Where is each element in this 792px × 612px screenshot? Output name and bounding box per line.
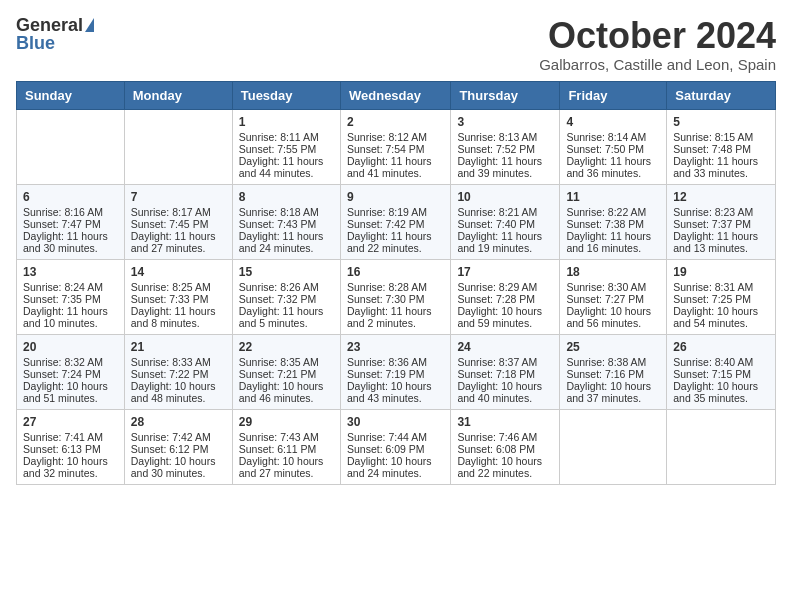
sunrise-text: Sunrise: 8:25 AM bbox=[131, 281, 211, 293]
sunset-text: Sunset: 7:24 PM bbox=[23, 368, 101, 380]
sunset-text: Sunset: 7:30 PM bbox=[347, 293, 425, 305]
sunset-text: Sunset: 7:50 PM bbox=[566, 143, 644, 155]
month-title: October 2024 bbox=[539, 16, 776, 56]
sunset-text: Sunset: 7:52 PM bbox=[457, 143, 535, 155]
sunset-text: Sunset: 7:19 PM bbox=[347, 368, 425, 380]
daylight-text: Daylight: 11 hours and 2 minutes. bbox=[347, 305, 432, 329]
calendar-cell bbox=[667, 409, 776, 484]
calendar-cell: 26Sunrise: 8:40 AMSunset: 7:15 PMDayligh… bbox=[667, 334, 776, 409]
sunrise-text: Sunrise: 8:33 AM bbox=[131, 356, 211, 368]
calendar-week-row: 13Sunrise: 8:24 AMSunset: 7:35 PMDayligh… bbox=[17, 259, 776, 334]
day-number: 21 bbox=[131, 340, 226, 354]
daylight-text: Daylight: 11 hours and 30 minutes. bbox=[23, 230, 108, 254]
calendar-cell bbox=[17, 109, 125, 184]
calendar-cell: 22Sunrise: 8:35 AMSunset: 7:21 PMDayligh… bbox=[232, 334, 340, 409]
calendar-cell: 19Sunrise: 8:31 AMSunset: 7:25 PMDayligh… bbox=[667, 259, 776, 334]
day-header-saturday: Saturday bbox=[667, 81, 776, 109]
sunrise-text: Sunrise: 8:26 AM bbox=[239, 281, 319, 293]
daylight-text: Daylight: 11 hours and 5 minutes. bbox=[239, 305, 324, 329]
calendar-cell: 17Sunrise: 8:29 AMSunset: 7:28 PMDayligh… bbox=[451, 259, 560, 334]
calendar-cell: 11Sunrise: 8:22 AMSunset: 7:38 PMDayligh… bbox=[560, 184, 667, 259]
sunset-text: Sunset: 7:21 PM bbox=[239, 368, 317, 380]
day-header-tuesday: Tuesday bbox=[232, 81, 340, 109]
sunrise-text: Sunrise: 8:19 AM bbox=[347, 206, 427, 218]
sunset-text: Sunset: 7:38 PM bbox=[566, 218, 644, 230]
calendar-cell: 3Sunrise: 8:13 AMSunset: 7:52 PMDaylight… bbox=[451, 109, 560, 184]
day-number: 24 bbox=[457, 340, 553, 354]
sunrise-text: Sunrise: 8:18 AM bbox=[239, 206, 319, 218]
daylight-text: Daylight: 11 hours and 41 minutes. bbox=[347, 155, 432, 179]
day-number: 19 bbox=[673, 265, 769, 279]
day-header-friday: Friday bbox=[560, 81, 667, 109]
sunrise-text: Sunrise: 8:11 AM bbox=[239, 131, 319, 143]
calendar-cell: 31Sunrise: 7:46 AMSunset: 6:08 PMDayligh… bbox=[451, 409, 560, 484]
day-number: 31 bbox=[457, 415, 553, 429]
logo-general-text: General bbox=[16, 16, 83, 34]
day-number: 8 bbox=[239, 190, 334, 204]
sunset-text: Sunset: 7:16 PM bbox=[566, 368, 644, 380]
sunset-text: Sunset: 6:08 PM bbox=[457, 443, 535, 455]
title-section: October 2024 Galbarros, Castille and Leo… bbox=[539, 16, 776, 73]
sunset-text: Sunset: 7:15 PM bbox=[673, 368, 751, 380]
calendar-cell: 28Sunrise: 7:42 AMSunset: 6:12 PMDayligh… bbox=[124, 409, 232, 484]
day-number: 20 bbox=[23, 340, 118, 354]
calendar-cell: 20Sunrise: 8:32 AMSunset: 7:24 PMDayligh… bbox=[17, 334, 125, 409]
calendar-cell: 30Sunrise: 7:44 AMSunset: 6:09 PMDayligh… bbox=[340, 409, 450, 484]
daylight-text: Daylight: 10 hours and 46 minutes. bbox=[239, 380, 324, 404]
sunrise-text: Sunrise: 8:12 AM bbox=[347, 131, 427, 143]
calendar-header-row: SundayMondayTuesdayWednesdayThursdayFrid… bbox=[17, 81, 776, 109]
sunset-text: Sunset: 7:42 PM bbox=[347, 218, 425, 230]
sunrise-text: Sunrise: 8:30 AM bbox=[566, 281, 646, 293]
day-number: 9 bbox=[347, 190, 444, 204]
day-number: 7 bbox=[131, 190, 226, 204]
day-number: 6 bbox=[23, 190, 118, 204]
day-number: 14 bbox=[131, 265, 226, 279]
daylight-text: Daylight: 10 hours and 48 minutes. bbox=[131, 380, 216, 404]
sunrise-text: Sunrise: 8:14 AM bbox=[566, 131, 646, 143]
daylight-text: Daylight: 10 hours and 22 minutes. bbox=[457, 455, 542, 479]
sunrise-text: Sunrise: 8:24 AM bbox=[23, 281, 103, 293]
calendar-cell: 27Sunrise: 7:41 AMSunset: 6:13 PMDayligh… bbox=[17, 409, 125, 484]
sunset-text: Sunset: 6:09 PM bbox=[347, 443, 425, 455]
daylight-text: Daylight: 10 hours and 27 minutes. bbox=[239, 455, 324, 479]
calendar-table: SundayMondayTuesdayWednesdayThursdayFrid… bbox=[16, 81, 776, 485]
calendar-cell: 8Sunrise: 8:18 AMSunset: 7:43 PMDaylight… bbox=[232, 184, 340, 259]
calendar-cell bbox=[124, 109, 232, 184]
daylight-text: Daylight: 10 hours and 30 minutes. bbox=[131, 455, 216, 479]
sunset-text: Sunset: 7:47 PM bbox=[23, 218, 101, 230]
sunrise-text: Sunrise: 8:15 AM bbox=[673, 131, 753, 143]
calendar-cell: 5Sunrise: 8:15 AMSunset: 7:48 PMDaylight… bbox=[667, 109, 776, 184]
calendar-week-row: 1Sunrise: 8:11 AMSunset: 7:55 PMDaylight… bbox=[17, 109, 776, 184]
sunset-text: Sunset: 7:22 PM bbox=[131, 368, 209, 380]
day-number: 28 bbox=[131, 415, 226, 429]
day-header-thursday: Thursday bbox=[451, 81, 560, 109]
day-number: 17 bbox=[457, 265, 553, 279]
sunrise-text: Sunrise: 8:22 AM bbox=[566, 206, 646, 218]
calendar-cell: 16Sunrise: 8:28 AMSunset: 7:30 PMDayligh… bbox=[340, 259, 450, 334]
location-title: Galbarros, Castille and Leon, Spain bbox=[539, 56, 776, 73]
daylight-text: Daylight: 10 hours and 40 minutes. bbox=[457, 380, 542, 404]
logo-triangle-icon bbox=[85, 18, 94, 32]
calendar-cell: 2Sunrise: 8:12 AMSunset: 7:54 PMDaylight… bbox=[340, 109, 450, 184]
calendar-cell: 6Sunrise: 8:16 AMSunset: 7:47 PMDaylight… bbox=[17, 184, 125, 259]
calendar-week-row: 20Sunrise: 8:32 AMSunset: 7:24 PMDayligh… bbox=[17, 334, 776, 409]
sunrise-text: Sunrise: 8:28 AM bbox=[347, 281, 427, 293]
sunset-text: Sunset: 7:54 PM bbox=[347, 143, 425, 155]
calendar-cell: 18Sunrise: 8:30 AMSunset: 7:27 PMDayligh… bbox=[560, 259, 667, 334]
sunset-text: Sunset: 7:28 PM bbox=[457, 293, 535, 305]
daylight-text: Daylight: 10 hours and 24 minutes. bbox=[347, 455, 432, 479]
sunrise-text: Sunrise: 8:23 AM bbox=[673, 206, 753, 218]
calendar-cell: 23Sunrise: 8:36 AMSunset: 7:19 PMDayligh… bbox=[340, 334, 450, 409]
daylight-text: Daylight: 10 hours and 37 minutes. bbox=[566, 380, 651, 404]
daylight-text: Daylight: 10 hours and 43 minutes. bbox=[347, 380, 432, 404]
day-number: 30 bbox=[347, 415, 444, 429]
calendar-week-row: 6Sunrise: 8:16 AMSunset: 7:47 PMDaylight… bbox=[17, 184, 776, 259]
sunset-text: Sunset: 7:43 PM bbox=[239, 218, 317, 230]
day-number: 4 bbox=[566, 115, 660, 129]
sunrise-text: Sunrise: 8:35 AM bbox=[239, 356, 319, 368]
day-number: 11 bbox=[566, 190, 660, 204]
sunset-text: Sunset: 7:35 PM bbox=[23, 293, 101, 305]
sunrise-text: Sunrise: 7:46 AM bbox=[457, 431, 537, 443]
daylight-text: Daylight: 11 hours and 44 minutes. bbox=[239, 155, 324, 179]
calendar-week-row: 27Sunrise: 7:41 AMSunset: 6:13 PMDayligh… bbox=[17, 409, 776, 484]
